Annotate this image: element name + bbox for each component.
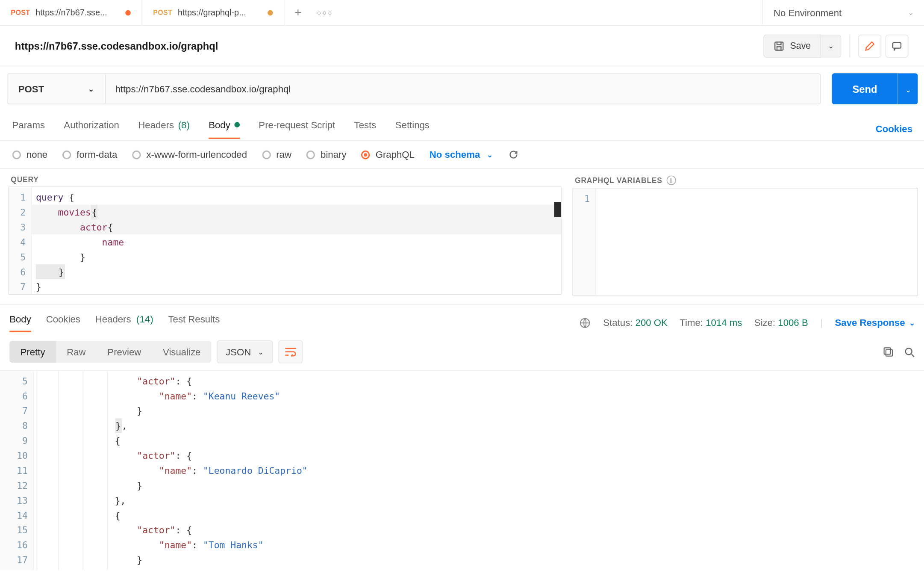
save-options-button[interactable]: ⌄ (821, 34, 842, 57)
svg-rect-1 (777, 47, 781, 50)
radio-icon (12, 150, 21, 159)
response-tabs: Body Cookies Headers (14) Test Results S… (0, 305, 924, 334)
view-raw[interactable]: Raw (56, 341, 97, 363)
radio-icon (62, 150, 71, 159)
query-editor[interactable]: 1 2 3 4 5 6 7 query { movies{ actor{ nam… (8, 186, 561, 295)
format-value: JSON (226, 346, 251, 357)
bodytype-graphql[interactable]: GraphQL (361, 149, 415, 160)
time-label: Time: (680, 317, 703, 328)
send-button[interactable]: Send (832, 73, 898, 104)
svg-rect-0 (775, 41, 783, 50)
has-body-dot-icon (234, 122, 240, 127)
resp-headers-count: (14) (136, 314, 153, 325)
view-preview[interactable]: Preview (97, 341, 152, 363)
format-select[interactable]: JSON ⌄ (217, 340, 273, 363)
resp-tab-tests[interactable]: Test Results (168, 314, 220, 331)
variables-panel-label: GRAPHQL VARIABLESi (575, 176, 918, 185)
unsaved-dot-icon (268, 10, 273, 15)
tab-label: https://n7b67.sse... (35, 8, 120, 17)
cursor-marker (554, 202, 561, 217)
chevron-down-icon: ⌄ (88, 84, 94, 93)
tab-body-label: Body (209, 119, 230, 130)
tab-headers[interactable]: Headers (8) (138, 119, 190, 138)
save-label: Save (790, 41, 811, 51)
search-button[interactable] (903, 346, 915, 358)
new-tab-button[interactable]: + (285, 6, 312, 20)
svg-rect-4 (886, 349, 892, 356)
tab-body[interactable]: Body (209, 119, 240, 138)
time-value: 1014 ms (706, 317, 742, 328)
bodytype-raw[interactable]: raw (262, 149, 291, 160)
query-code[interactable]: query { movies{ actor{ name } } } (32, 187, 560, 294)
variables-code[interactable] (596, 189, 917, 295)
resp-tab-cookies[interactable]: Cookies (46, 314, 80, 331)
schema-label: No schema (430, 149, 480, 160)
tab-label: https://graphql-p... (178, 8, 262, 17)
method-badge: POST (11, 9, 30, 16)
bodytype-none[interactable]: none (12, 149, 48, 160)
view-visualize[interactable]: Visualize (152, 341, 212, 363)
url-input[interactable] (106, 74, 821, 104)
save-button[interactable]: Save (764, 34, 821, 57)
comment-icon (892, 40, 902, 51)
bodytype-formdata[interactable]: form-data (62, 149, 117, 160)
request-row: POST ⌄ Send ⌄ (0, 66, 924, 111)
radio-icon (306, 150, 315, 159)
title-row: https://n7b67.sse.codesandbox.io/graphql… (0, 26, 924, 66)
status-label: Status: (603, 317, 633, 328)
copy-button[interactable] (883, 346, 894, 358)
request-subtabs: Params Authorization Headers (8) Body Pr… (0, 111, 924, 141)
view-segmented: Pretty Raw Preview Visualize (9, 341, 212, 363)
refresh-schema-button[interactable] (508, 149, 518, 160)
variables-editor[interactable]: 1 (572, 188, 918, 296)
tab-tests[interactable]: Tests (354, 119, 377, 138)
tab-overflow-button[interactable]: ○○○ (312, 9, 338, 16)
status-value: 200 OK (636, 317, 668, 328)
tab-request-2[interactable]: POST https://graphql-p... (142, 0, 285, 25)
request-title: https://n7b67.sse.codesandbox.io/graphql (15, 40, 764, 52)
chevron-down-icon: ⌄ (487, 150, 493, 159)
comments-button[interactable] (886, 34, 909, 57)
svg-rect-5 (884, 348, 891, 354)
graphql-panels: QUERY 1 2 3 4 5 6 7 query { movies{ acto… (0, 169, 924, 305)
network-icon[interactable] (580, 317, 591, 328)
save-response-button[interactable]: Save Response ⌄ (835, 317, 915, 328)
tab-params[interactable]: Params (12, 119, 45, 138)
svg-point-6 (906, 348, 912, 354)
tab-authorization[interactable]: Authorization (64, 119, 119, 138)
tab-headers-label: Headers (138, 119, 174, 130)
chevron-down-icon: ⌄ (905, 85, 911, 93)
chevron-down-icon: ⌄ (908, 8, 914, 17)
view-pretty[interactable]: Pretty (9, 341, 56, 363)
response-gutter: 5 6 7 8 9 10 11 12 13 14 15 16 17 (0, 371, 34, 570)
info-icon[interactable]: i (666, 176, 676, 185)
body-type-row: none form-data x-www-form-urlencoded raw… (0, 141, 924, 169)
radio-icon (262, 150, 271, 159)
environment-label: No Environment (774, 7, 842, 18)
bodytype-xwww[interactable]: x-www-form-urlencoded (132, 149, 247, 160)
environment-select[interactable]: No Environment ⌄ (762, 0, 924, 25)
chevron-down-icon: ⌄ (828, 41, 834, 50)
size-label: Size: (754, 317, 775, 328)
resp-tab-body[interactable]: Body (9, 314, 31, 331)
edit-button[interactable] (858, 34, 881, 57)
bodytype-binary[interactable]: binary (306, 149, 347, 160)
tab-request-1[interactable]: POST https://n7b67.sse... (0, 0, 142, 25)
tabs-row: POST https://n7b67.sse... POST https://g… (0, 0, 924, 26)
radio-icon (132, 150, 141, 159)
save-icon (774, 40, 784, 51)
response-editor[interactable]: 5 6 7 8 9 10 11 12 13 14 15 16 17 "actor… (0, 370, 924, 570)
svg-rect-2 (893, 42, 901, 48)
method-select[interactable]: POST ⌄ (7, 74, 106, 104)
response-code[interactable]: "actor": { "name": "Keanu Reeves" } }, {… (34, 371, 924, 570)
cookies-link[interactable]: Cookies (876, 123, 912, 134)
tab-prerequest[interactable]: Pre-request Script (259, 119, 335, 138)
resp-tab-headers[interactable]: Headers (14) (95, 314, 153, 331)
send-options-button[interactable]: ⌄ (898, 73, 918, 104)
headers-count: (8) (178, 119, 190, 130)
schema-dropdown[interactable]: No schema ⌄ (430, 149, 493, 160)
query-panel-label: QUERY (11, 176, 561, 184)
linewrap-button[interactable] (278, 340, 303, 363)
tab-settings[interactable]: Settings (395, 119, 430, 138)
query-gutter: 1 2 3 4 5 6 7 (9, 187, 32, 294)
